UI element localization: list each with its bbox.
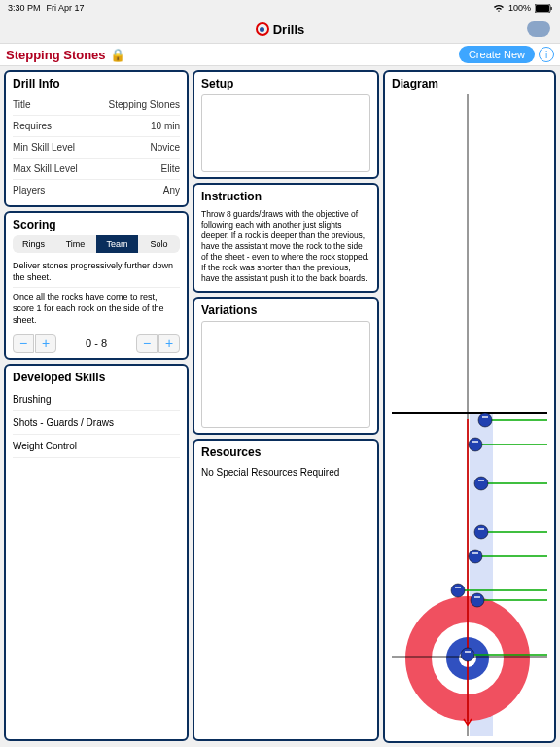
info-label: Max Skill Level	[13, 163, 78, 174]
create-new-button[interactable]: Create New	[459, 46, 535, 63]
setup-title: Setup	[201, 77, 370, 90]
lock-icon: 🔒	[110, 48, 125, 62]
info-row: Min Skill LevelNovice	[13, 137, 180, 159]
svg-point-15	[469, 438, 482, 451]
svg-rect-1	[536, 5, 549, 12]
content: Drill Info TitleStepping StonesRequires1…	[0, 66, 560, 745]
info-value: Stepping Stones	[109, 99, 180, 110]
scoring-line1: Deliver stones progressively further dow…	[13, 257, 180, 288]
scoring-segments[interactable]: RingsTimeTeamSolo	[13, 235, 180, 253]
wifi-icon	[493, 4, 505, 13]
segment-rings[interactable]: Rings	[13, 235, 54, 253]
info-label: Min Skill Level	[13, 142, 75, 153]
score-plus-right[interactable]: +	[158, 334, 180, 353]
score-minus-right[interactable]: −	[136, 334, 158, 353]
svg-point-17	[474, 477, 488, 490]
svg-point-27	[461, 648, 474, 661]
score-plus-left[interactable]: +	[35, 334, 56, 353]
diagram-panel: Diagram	[383, 70, 556, 743]
svg-point-25	[471, 593, 484, 607]
info-row: Requires10 min	[13, 116, 180, 137]
drill-info-title: Drill Info	[13, 77, 180, 90]
variations-title: Variations	[201, 303, 370, 317]
scoring-title: Scoring	[13, 218, 180, 231]
battery-percent: 100%	[508, 3, 531, 13]
info-label: Players	[13, 185, 45, 196]
segment-time[interactable]: Time	[54, 235, 96, 253]
info-row: Max Skill LevelElite	[13, 159, 180, 180]
stone-icon[interactable]	[527, 21, 550, 37]
page-title: Drills	[256, 22, 305, 37]
info-icon[interactable]: i	[539, 47, 554, 62]
drill-name: Stepping Stones 🔒	[6, 48, 125, 62]
svg-point-23	[451, 584, 465, 597]
status-date: Fri Apr 17	[47, 3, 85, 13]
segment-solo[interactable]: Solo	[138, 235, 180, 253]
drill-info-panel: Drill Info TitleStepping StonesRequires1…	[4, 70, 189, 207]
info-value: 10 min	[151, 121, 180, 131]
variations-textarea[interactable]	[201, 321, 370, 428]
info-value: Novice	[150, 142, 180, 153]
scoring-panel: Scoring RingsTimeTeamSolo Deliver stones…	[4, 211, 189, 360]
resources-text: No Special Resources Required	[201, 463, 370, 481]
setup-panel: Setup	[192, 70, 379, 179]
sub-header: Stepping Stones 🔒 Create New i	[0, 43, 560, 66]
segment-team[interactable]: Team	[96, 235, 138, 253]
skill-row: Brushing	[13, 388, 180, 411]
scoring-line2: Once all the rocks have come to rest, sc…	[13, 288, 180, 330]
resources-title: Resources	[201, 445, 370, 459]
setup-textarea[interactable]	[201, 94, 370, 172]
info-value: Elite	[161, 163, 180, 174]
info-row: TitleStepping Stones	[13, 94, 180, 116]
nav-bar: Drills	[0, 16, 560, 43]
status-bar: 3:30 PM Fri Apr 17 100%	[0, 0, 560, 16]
svg-point-19	[474, 525, 488, 539]
skills-title: Developed Skills	[13, 371, 180, 384]
skill-row: Weight Control	[13, 435, 180, 458]
status-time: 3:30 PM	[8, 3, 41, 13]
instruction-text: Throw 8 guards/draws with the objective …	[201, 207, 370, 286]
svg-point-21	[469, 550, 482, 563]
score-range: 0 - 8	[86, 338, 107, 349]
diagram-canvas[interactable]	[392, 94, 547, 736]
info-value: Any	[163, 185, 180, 196]
instruction-title: Instruction	[201, 190, 370, 203]
info-label: Title	[13, 99, 31, 110]
battery-icon	[535, 4, 552, 13]
instruction-panel: Instruction Throw 8 guards/draws with th…	[192, 183, 379, 293]
score-minus-left[interactable]: −	[13, 334, 34, 353]
info-label: Requires	[13, 121, 52, 131]
diagram-title: Diagram	[392, 77, 547, 90]
svg-point-13	[478, 413, 492, 427]
info-row: PlayersAny	[13, 180, 180, 200]
svg-rect-2	[551, 7, 552, 10]
resources-panel: Resources No Special Resources Required	[192, 439, 379, 741]
skill-row: Shots - Guards / Draws	[13, 411, 180, 435]
variations-panel: Variations	[192, 297, 379, 435]
target-icon	[256, 22, 269, 36]
skills-panel: Developed Skills BrushingShots - Guards …	[4, 364, 189, 741]
